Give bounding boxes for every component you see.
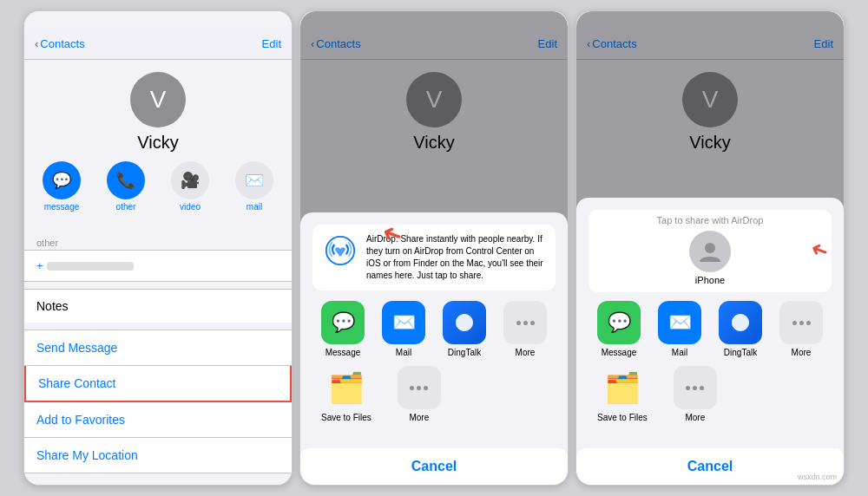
info-row-phone-1: + [24, 250, 292, 282]
contact-body-1: other + Notes Send Message Share Contact… [24, 231, 292, 485]
app-label-more-2: More [516, 348, 536, 357]
svg-point-1 [705, 243, 715, 253]
share-overlay-2: AirDrop. Share instantly with people nea… [300, 11, 568, 485]
call-icon-1: 📞 [107, 161, 145, 199]
notes-row-1: Notes [24, 289, 292, 323]
phone-frame-2: ‹ Contacts Edit V Vicky [299, 10, 569, 486]
nav-back-1[interactable]: ‹ Contacts [35, 37, 85, 50]
action-mail-1[interactable]: ✉️ mail [228, 161, 280, 212]
share-contact-link[interactable]: Share Contact [24, 366, 292, 402]
action-video-1[interactable]: 🎥 video [164, 161, 216, 212]
app-message-3[interactable]: 💬 Message [597, 301, 641, 357]
person-avatar-3 [689, 231, 731, 272]
app-more-3[interactable]: More [779, 301, 823, 357]
airdrop-person-wrapper: iPhone ➜ [599, 231, 821, 285]
files-more-3[interactable]: More [674, 366, 717, 422]
dingtalk-app-icon-2 [443, 301, 486, 344]
blurred-number-1: + [36, 259, 279, 272]
action-label-video-1: video [180, 202, 201, 212]
action-label-mail-1: mail [247, 202, 262, 212]
mail-app-icon-3: ✉️ [658, 301, 701, 344]
files-more-icon-3 [674, 366, 717, 409]
video-icon-1: 🎥 [171, 161, 209, 199]
app-label-message-2: Message [326, 348, 361, 357]
share-sheet-3: Tap to share with AirDrop iPhone ➜ [576, 198, 844, 485]
phone-frame-1: ‹ Contacts Edit V Vicky 💬 message 📞 othe… [23, 10, 293, 486]
share-sheet-inner-2: AirDrop. Share instantly with people nea… [300, 212, 568, 443]
app-dingtalk-3[interactable]: DingTalk [719, 301, 762, 357]
blur-bar-1 [47, 262, 134, 271]
app-label-dingtalk-3: DingTalk [724, 348, 757, 357]
status-bar-1 [24, 11, 292, 29]
apps-row-3: 💬 Message ✉️ Mail DingTalk [589, 301, 832, 366]
notes-label-1: Notes [36, 299, 69, 313]
files-item-3[interactable]: 🗂️ Save to Files [597, 366, 648, 422]
avatar-1: V [130, 72, 186, 127]
message-icon-1: 💬 [43, 161, 81, 199]
nav-back-label-1: Contacts [40, 37, 84, 50]
action-label-message-1: message [44, 202, 80, 212]
app-mail-2[interactable]: ✉️ Mail [382, 301, 425, 357]
app-message-2[interactable]: 💬 Message [321, 301, 365, 357]
files-item-2[interactable]: 🗂️ Save to Files [321, 366, 372, 422]
files-row-2: 🗂️ Save to Files More [312, 366, 556, 431]
files-more-label-2: More [409, 413, 429, 422]
airdrop-tap-label-3: Tap to share with AirDrop [599, 215, 821, 225]
share-overlay-3: Tap to share with AirDrop iPhone ➜ [576, 11, 844, 485]
action-call-1[interactable]: 📞 other [100, 161, 152, 212]
add-favorites-link[interactable]: Add to Favorites [24, 402, 292, 438]
mail-icon-1: ✉️ [235, 161, 273, 199]
files-row-3: 🗂️ Save to Files More [589, 366, 832, 431]
airdrop-people-section-3: Tap to share with AirDrop iPhone ➜ [589, 210, 832, 292]
mail-app-icon-2: ✉️ [382, 301, 425, 344]
airdrop-person-3[interactable]: iPhone [689, 231, 731, 285]
airdrop-icon-2 [323, 233, 358, 268]
section-label-1: other [24, 231, 292, 250]
send-message-link[interactable]: Send Message [24, 330, 292, 366]
nav-edit-1[interactable]: Edit [262, 37, 281, 50]
dingtalk-app-icon-3 [719, 301, 762, 344]
action-row-1: 💬 message 📞 other 🎥 video ✉️ mail [27, 161, 289, 222]
app-label-mail-2: Mail [396, 348, 411, 357]
person-name-3: iPhone [695, 275, 725, 285]
cancel-btn-2[interactable]: Cancel [300, 448, 568, 485]
links-section-1: Send Message Share Contact Add to Favori… [24, 330, 292, 473]
nav-bar-1: ‹ Contacts Edit [24, 29, 292, 60]
contact-name-1: Vicky [137, 133, 178, 153]
folder-icon-2: 🗂️ [325, 366, 368, 409]
more-app-icon-3 [779, 301, 823, 344]
airdrop-section-2: AirDrop. Share instantly with people nea… [312, 225, 556, 290]
app-dingtalk-2[interactable]: DingTalk [443, 301, 486, 357]
app-label-message-3: Message [602, 348, 637, 357]
files-label-2: Save to Files [321, 413, 372, 422]
files-more-icon-2 [398, 366, 441, 409]
message-app-icon-2: 💬 [321, 301, 365, 344]
watermark: wsxdn.com [798, 473, 837, 481]
more-dots-icon-2 [516, 321, 535, 325]
apps-row-2: 💬 Message ✉️ Mail DingTalk [312, 301, 556, 366]
files-more-label-3: More [685, 413, 705, 422]
share-sheet-inner-3: Tap to share with AirDrop iPhone ➜ [576, 198, 844, 443]
red-arrow-3: ➜ [807, 235, 832, 264]
app-label-mail-3: Mail [672, 348, 687, 357]
message-app-icon-3: 💬 [597, 301, 641, 344]
back-chevron-icon: ‹ [35, 37, 38, 50]
app-label-more-3: More [792, 348, 812, 357]
action-message-1[interactable]: 💬 message [36, 161, 88, 212]
files-more-2[interactable]: More [398, 366, 441, 422]
files-label-3: Save to Files [597, 413, 648, 422]
app-more-2[interactable]: More [503, 301, 547, 357]
contact-header-1: V Vicky 💬 message 📞 other 🎥 video ✉️ mai… [24, 60, 292, 231]
share-sheet-2: AirDrop. Share instantly with people nea… [300, 212, 568, 485]
app-mail-3[interactable]: ✉️ Mail [658, 301, 701, 357]
phone-frame-3: ‹ Contacts Edit V Vicky Tap to share wit… [575, 10, 845, 486]
app-label-dingtalk-2: DingTalk [448, 348, 481, 357]
share-location-link[interactable]: Share My Location [24, 438, 292, 473]
folder-icon-3: 🗂️ [601, 366, 644, 409]
action-label-call-1: other [116, 202, 136, 212]
more-app-icon-2 [503, 301, 547, 344]
